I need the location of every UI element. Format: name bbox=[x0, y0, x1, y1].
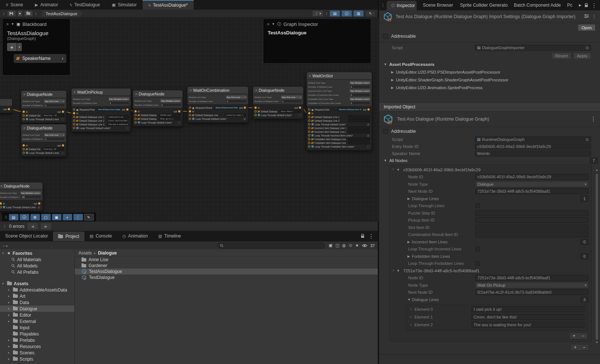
tree-folder-row[interactable]: ▸ External bbox=[0, 318, 74, 324]
addressable-checkbox[interactable] bbox=[383, 34, 388, 39]
foldout-arrow-icon[interactable]: ▸ bbox=[8, 351, 11, 354]
graph-node-dlgA[interactable]: ≡DialogueNodeDefault Line TypeSay One Li… bbox=[21, 90, 67, 123]
expander-icon[interactable]: ‹ bbox=[62, 56, 63, 61]
pane-menu-icon[interactable]: ⋮ bbox=[379, 3, 387, 8]
foldout-row[interactable]: ▶Incorrect Item Lines0 bbox=[390, 238, 591, 246]
checkbox[interactable] bbox=[475, 261, 480, 266]
node-type-dropdown[interactable]: Wait On Pickup▾ bbox=[475, 282, 589, 288]
foldout-row[interactable]: ▶Forbidden Item Lines0 bbox=[390, 253, 591, 260]
object-field[interactable]: Meat (Pickup Item Data)⊙ bbox=[214, 106, 238, 109]
node-number-field[interactable]: 2 bbox=[350, 85, 370, 88]
toolbar-handle[interactable]: ‖ bbox=[3, 11, 5, 16]
more-button[interactable]: ⋮ bbox=[73, 214, 83, 220]
text-field[interactable]: 7251e73e-38d3-44ff-a8c5-bcf54088aaf1 bbox=[475, 188, 589, 194]
node-title-bar[interactable]: ≡WaitOnPickup bbox=[71, 88, 131, 96]
script-field[interactable]: ▤ RuntimeDialogueGraph ⊙ bbox=[475, 136, 591, 142]
node-dropdown[interactable]: Say One Line▾ bbox=[226, 95, 247, 99]
breadcrumb-current[interactable]: Dialogue bbox=[98, 250, 117, 256]
drag-handle-icon[interactable]: = bbox=[410, 315, 412, 319]
line-text-field[interactable]: Nice, that's t bbox=[280, 110, 301, 113]
all-nodes-count[interactable]: 7 bbox=[590, 158, 598, 164]
input-port[interactable] bbox=[73, 127, 75, 129]
node-title-bar[interactable]: ≡DialogueNode bbox=[253, 87, 303, 94]
text-field[interactable]: f22a475e-4c2f-41c6-9b73-6a83498abfe0 bbox=[475, 289, 589, 295]
input-port[interactable] bbox=[23, 144, 25, 146]
graph-node-dlgE[interactable]: ≡DialogueNodeDefault Line TypeSay Multip… bbox=[0, 182, 43, 211]
node-dropdown[interactable]: Say Multiple Lines▾ bbox=[160, 99, 181, 102]
favorites-item[interactable]: All Materials bbox=[0, 256, 74, 263]
graph-node-start[interactable]: ≡StartNodeSpeakerNameout bbox=[0, 98, 13, 113]
inspector-tab[interactable]: Batch Component Adder bbox=[508, 0, 561, 10]
edit-mode-button[interactable]: ✎ bbox=[365, 10, 376, 17]
loop-checkbox[interactable] bbox=[367, 145, 370, 148]
toolbar-handle[interactable]: ‖ bbox=[5, 215, 7, 219]
assets-root[interactable]: ▾ Assets bbox=[0, 280, 74, 287]
window-button[interactable]: ▢ bbox=[41, 214, 51, 220]
node-number-field[interactable]: 2 bbox=[350, 93, 370, 97]
project-file-row[interactable]: {} Gardener bbox=[75, 263, 378, 269]
graph-node-pickup[interactable]: ≡WaitOnPickupDefault Line TypeSay Multip… bbox=[71, 88, 131, 132]
node-dropdown[interactable]: Say Multiple Lines▾ bbox=[20, 191, 41, 195]
inspector-tab[interactable]: Scene Browser bbox=[417, 0, 454, 10]
input-port[interactable] bbox=[308, 108, 310, 111]
input-port[interactable] bbox=[308, 134, 310, 136]
scroll-down-arrow[interactable]: ▼ bbox=[596, 341, 599, 345]
kebab-icon[interactable]: ⋮ bbox=[590, 115, 596, 122]
node-title-bar[interactable]: ≡DialogueNode bbox=[21, 91, 66, 98]
apply-button[interactable]: Apply bbox=[573, 53, 591, 59]
node-title-bar[interactable]: ≡DialogueNode bbox=[0, 182, 43, 190]
input-port[interactable] bbox=[308, 116, 310, 118]
loop-checkbox[interactable] bbox=[178, 121, 180, 124]
create-asset-button[interactable]: + ▾ bbox=[3, 243, 7, 248]
input-port[interactable] bbox=[308, 131, 310, 133]
drag-handle-icon[interactable]: = bbox=[410, 307, 412, 311]
node-number-field[interactable]: 3 bbox=[109, 101, 129, 105]
element-text-field[interactable]: The ass is waiting there for you! bbox=[471, 322, 584, 328]
addressable-checkbox[interactable] bbox=[383, 129, 388, 134]
remove-node-button[interactable]: − bbox=[580, 344, 589, 350]
collapse-arrow-icon[interactable]: ▼ bbox=[271, 22, 275, 26]
graph-options-button[interactable]: ⋮ ▾ bbox=[312, 10, 323, 17]
tree-folder-row[interactable]: ▸ Data bbox=[0, 299, 74, 306]
node-number-field[interactable]: 1 bbox=[281, 100, 302, 103]
edit-button[interactable]: ✎ bbox=[84, 214, 94, 220]
graph-inspector-button[interactable]: ⓘ bbox=[20, 214, 29, 220]
input-port[interactable] bbox=[308, 119, 310, 122]
scroll-up-arrow[interactable]: ▲ bbox=[596, 168, 599, 173]
node-title-bar[interactable]: ≡WaitOnCombination bbox=[187, 87, 248, 94]
input-port[interactable] bbox=[73, 119, 75, 122]
graph-canvas[interactable]: ≡ ▼ ▣ Blackboard TestAssDialogue (Dialog… bbox=[0, 18, 379, 221]
tab-scene-object-locator[interactable]: Scene Object Locator bbox=[0, 231, 53, 241]
search-by-label-icon[interactable]: ◍ bbox=[342, 243, 346, 248]
object-picker-icon[interactable]: ⊙ bbox=[586, 137, 589, 142]
revert-button[interactable]: Revert bbox=[552, 53, 571, 59]
input-port[interactable] bbox=[189, 110, 191, 112]
tab-testassdialogue[interactable]: ϟTestAssDialogue* bbox=[143, 0, 194, 10]
script-field[interactable]: ▤ DialogueGraphImporter ⊙ bbox=[475, 45, 591, 51]
tree-folder-row[interactable]: ▸ Prefabs bbox=[0, 337, 74, 343]
drag-handle-icon[interactable]: = bbox=[410, 323, 412, 327]
output-port[interactable] bbox=[126, 108, 129, 111]
tab-testdialogue[interactable]: ϟTestDialogue bbox=[64, 0, 106, 10]
text-field[interactable] bbox=[475, 217, 589, 223]
open-button[interactable]: Open bbox=[578, 24, 596, 31]
drag-handle-icon[interactable]: = bbox=[392, 269, 394, 273]
foldout-arrow-icon[interactable]: ▸ bbox=[8, 313, 11, 317]
line-text-field[interactable] bbox=[348, 115, 370, 118]
output-port[interactable] bbox=[8, 108, 10, 110]
project-file-row[interactable]: {} TestDialogue bbox=[75, 274, 378, 280]
search-saved-icon[interactable]: ⊙ bbox=[349, 243, 352, 248]
checkbox[interactable] bbox=[475, 247, 480, 252]
foldout-arrow-icon[interactable]: ▸ bbox=[8, 294, 11, 298]
foldout-arrow-icon[interactable]: ▸ bbox=[8, 307, 11, 310]
tree-folder-row[interactable]: ▸ AddressableAssetsData bbox=[0, 287, 74, 293]
favorites-root[interactable]: ▾ ★ Favorites bbox=[0, 250, 74, 256]
graph-node-dlgB[interactable]: ≡DialogueNodeDefault Line TypeSay One Li… bbox=[21, 124, 67, 157]
line-text-field[interactable]: Now, go on, c bbox=[159, 117, 180, 120]
loop-checkbox[interactable]: ✓ bbox=[38, 206, 40, 209]
foldout-arrow-icon[interactable]: ▸ bbox=[8, 345, 11, 348]
input-port[interactable] bbox=[0, 202, 2, 205]
blackboard-property-speakername[interactable]: SpeakerName ‹ bbox=[14, 54, 66, 63]
postprocessor-row[interactable]: ▶ UnityEditor.ShaderGraph.ShaderGraphAss… bbox=[379, 76, 600, 84]
output-port[interactable] bbox=[299, 107, 301, 109]
